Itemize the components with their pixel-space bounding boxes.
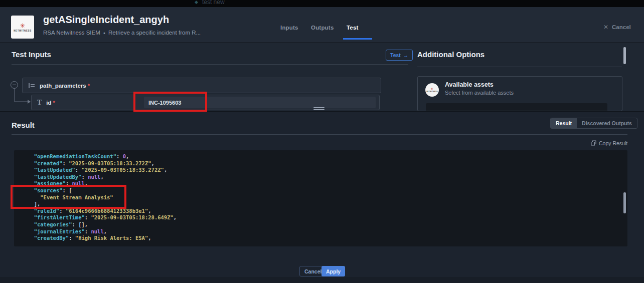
modal-header: ✳ NETWITNESS getASingleIncident_angyh RS… <box>0 7 644 43</box>
header-cancel-label: Cancel <box>612 24 631 30</box>
copy-result-button[interactable]: Copy Result <box>591 140 627 146</box>
breadcrumb-label: test new <box>202 0 225 6</box>
asset-avatar: ✳ NETWITNESS <box>425 83 439 97</box>
result-toggle-group: Result Discovered Outputs <box>550 118 637 129</box>
background-top-bar: ◆ test new <box>0 0 644 7</box>
divider <box>12 134 627 135</box>
run-test-label: Test <box>390 52 401 58</box>
panel-resize-handle[interactable] <box>313 107 325 110</box>
scrollbar-thumb[interactable] <box>623 192 626 213</box>
breadcrumb: ◆ test new <box>195 0 225 6</box>
result-section: Result Result Discovered Outputs Copy Re… <box>0 111 644 283</box>
divider <box>417 67 622 67</box>
tab-inputs[interactable]: Inputs <box>280 25 298 31</box>
netwitness-logo-icon: ✳ <box>431 87 434 91</box>
tab-test[interactable]: Test <box>347 25 359 31</box>
required-marker: * <box>53 100 55 106</box>
test-inputs-heading: Test Inputs <box>12 50 51 59</box>
required-marker: * <box>88 83 90 89</box>
toggle-discovered-outputs[interactable]: Discovered Outputs <box>577 118 637 128</box>
active-tab-underline <box>343 38 372 40</box>
additional-options-heading: Additional Options <box>417 50 485 59</box>
asset-select-input[interactable] <box>426 103 607 111</box>
netwitness-logo-icon: ✳ <box>20 23 26 29</box>
app-name: RSA Netwitness SIEM <box>43 30 100 36</box>
result-json[interactable]: "openRemediationTaskCount": 0, "created"… <box>14 150 627 246</box>
result-heading: Result <box>12 121 35 129</box>
available-assets-subtitle: Select from available assets <box>445 90 514 96</box>
collapse-node-button[interactable] <box>11 81 18 89</box>
copy-result-label: Copy Result <box>599 140 627 146</box>
page-subtitle: RSA Netwitness SIEM ● Retrieve a specifi… <box>43 30 201 36</box>
header-cancel-button[interactable]: ✕ Cancel <box>603 24 631 31</box>
divider <box>12 64 408 65</box>
text-type-icon: T <box>37 99 42 107</box>
action-description: Retrieve a specific incident from R... <box>108 30 201 36</box>
arrow-right-icon: → <box>403 52 409 58</box>
test-inputs-section: Test Inputs Test → path_parameters * T i… <box>0 43 644 111</box>
close-icon: ✕ <box>603 24 608 31</box>
diamond-icon: ◆ <box>195 0 198 5</box>
tab-outputs[interactable]: Outputs <box>311 25 334 31</box>
object-type-icon <box>28 83 35 89</box>
bullet-icon: ● <box>103 31 105 35</box>
netwitness-logo-text: NETWITNESS <box>14 30 32 32</box>
toggle-result[interactable]: Result <box>551 118 577 128</box>
netwitness-logo: ✳ NETWITNESS <box>11 16 34 39</box>
id-label: id <box>46 100 51 106</box>
footer-apply-button[interactable]: Apply <box>321 266 345 276</box>
scrollbar-thumb[interactable] <box>623 47 626 64</box>
available-assets-card[interactable]: ✳ NETWITNESS Available assets Select fro… <box>417 76 622 111</box>
page-title: getASingleIncident_angyh <box>43 14 169 26</box>
field-row-path-parameters[interactable]: path_parameters * <box>22 78 381 93</box>
minus-icon <box>13 85 16 86</box>
copy-icon <box>591 140 596 146</box>
available-assets-title: Available assets <box>445 81 494 88</box>
netwitness-logo-text: NETWITNESS <box>426 91 438 93</box>
background-bottom-strip <box>0 277 644 283</box>
path-parameters-label: path_parameters <box>40 83 86 89</box>
run-test-button[interactable]: Test → <box>386 50 413 61</box>
id-value-input[interactable]: INC-1095603 <box>144 97 376 108</box>
